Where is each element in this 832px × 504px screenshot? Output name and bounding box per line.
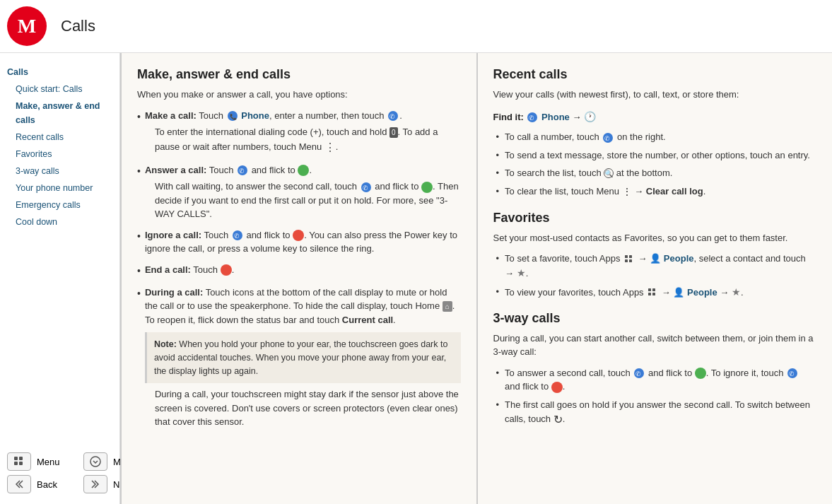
svg-text:✆: ✆ (234, 233, 240, 240)
star-icon-2: ★ (732, 286, 741, 298)
sidebar-cool-down[interactable]: Cool down (7, 213, 112, 230)
sidebar: Calls Quick start: Calls Make, answer & … (0, 53, 120, 504)
sidebar-calls[interactable]: Calls (7, 64, 112, 81)
rotate-icon: ↻ (553, 414, 563, 426)
svg-rect-1 (19, 457, 23, 460)
threeway-bullet-2: • The first call goes on hold if you ans… (493, 398, 817, 429)
green-circle-icon-2 (421, 182, 433, 193)
bullet-content-1: Make a call: Touch 📞 Phone, enter a numb… (145, 109, 461, 156)
back-icon-box[interactable] (7, 475, 31, 493)
phone-icon-1: 📞 (227, 110, 238, 122)
motorola-logo: M (7, 6, 47, 46)
find-it-label: Find it: (493, 112, 524, 122)
favorites-bullet-1: • To set a favorite, touch Apps → 👤 Peop… (493, 252, 817, 281)
sidebar-quick-start[interactable]: Quick start: Calls (7, 81, 112, 98)
svg-text:✆: ✆ (635, 370, 641, 377)
phone-icon-3way-1: ✆ (633, 368, 645, 379)
phone-icon-3way-2: ✆ (787, 368, 798, 379)
favorites-intro: Set your most-used contacts as Favorites… (493, 231, 817, 245)
menu-label: Menu (37, 457, 65, 467)
recent-bullet-3: • To search the list, touch 🔍 at the bot… (493, 166, 817, 180)
logo-letter: M (18, 15, 36, 37)
right-panel: Recent calls View your calls (with newes… (478, 53, 833, 504)
bullet-during-call: • During a call: Touch icons at the bott… (137, 286, 461, 429)
sidebar-nav: Calls Quick start: Calls Make, answer & … (7, 64, 112, 230)
sidebar-phone-number[interactable]: Your phone number (7, 180, 112, 197)
red-circle-icon-2 (221, 264, 232, 276)
left-panel: Make, answer & end calls When you make o… (122, 53, 477, 504)
clock-icon: 🕐 (584, 111, 596, 122)
recent-calls-intro: View your calls (with newest first), to … (493, 88, 817, 102)
threeway-bullets: • To answer a second call, touch ✆ and f… (493, 366, 817, 429)
svg-text:✆: ✆ (363, 184, 368, 192)
green-circle-icon-3way (695, 368, 706, 379)
threeway-intro: During a call, you can start another cal… (493, 332, 817, 359)
end-call-label: End a call: (145, 264, 191, 275)
recent-calls-title: Recent calls (493, 67, 817, 82)
svg-rect-22 (629, 259, 632, 262)
red-circle-icon-3way (551, 382, 563, 393)
phone-icon-4: ✆ (361, 182, 372, 193)
bullet-content-4: End a call: Touch . (145, 263, 461, 277)
phone-icon-right: ✆ (602, 132, 614, 143)
svg-rect-3 (19, 462, 23, 465)
answer-call-extra: With call waiting, to answer the second … (145, 180, 461, 221)
bullet-dot-4: • (137, 264, 141, 279)
sidebar-recent-calls[interactable]: Recent calls (7, 129, 112, 146)
bullet-content-5: During a call: Touch icons at the bottom… (145, 286, 461, 429)
left-panel-intro: When you make or answer a call, you have… (137, 88, 461, 102)
note-block: Note: When you hold your phone to your e… (145, 332, 461, 383)
svg-rect-23 (648, 288, 651, 291)
make-call-extra: To enter the international dialing code … (145, 125, 461, 156)
favorites-bullets: • To set a favorite, touch Apps → 👤 Peop… (493, 252, 817, 300)
phone-icon-find: ✆ (527, 112, 538, 123)
search-icon: 🔍 (604, 168, 614, 178)
bullet-answer-call: • Answer a call: Touch ✆ and flick to . … (137, 163, 461, 221)
svg-text:✆: ✆ (604, 135, 610, 142)
ignore-call-label: Ignore a call: (145, 230, 201, 240)
bullet-dot-2: • (137, 164, 141, 179)
back-row: Back Next (7, 475, 112, 493)
red-circle-icon-1 (293, 230, 304, 241)
clear-call-log-text: Clear call log (646, 186, 703, 197)
svg-text:✆: ✆ (239, 168, 245, 175)
bullet-dot-5: • (137, 286, 141, 301)
bullet-dot-3: • (137, 229, 141, 244)
more-icon-box[interactable] (83, 452, 107, 471)
back-label: Back (37, 479, 65, 490)
favorites-title: Favorites (493, 211, 817, 225)
header: M Calls (0, 0, 832, 53)
sidebar-emergency[interactable]: Emergency calls (7, 197, 112, 213)
bullet-end-call: • End a call: Touch . (137, 263, 461, 279)
next-icon-box[interactable] (83, 475, 107, 493)
svg-rect-24 (652, 288, 655, 291)
svg-rect-20 (629, 255, 632, 258)
during-call-label: During a call: (145, 287, 203, 298)
menu-row: Menu More (7, 452, 112, 471)
sidebar-3way[interactable]: 3-way calls (7, 163, 112, 180)
back-arrows-icon (13, 479, 25, 490)
content-area: Make, answer & end calls When you make o… (122, 53, 832, 504)
left-bullet-list: • Make a call: Touch 📞 Phone, enter a nu… (137, 109, 461, 429)
answer-call-label: Answer a call: (145, 165, 206, 175)
apps-icon-2 (648, 288, 657, 298)
sidebar-make-answer[interactable]: Make, answer & end calls (7, 98, 112, 129)
page-title: Calls (61, 17, 95, 35)
bottom-buttons: Menu More Back (7, 452, 112, 493)
bullet-content-2: Answer a call: Touch ✆ and flick to . Wi… (145, 163, 461, 221)
recent-calls-bullets: • To call a number, touch ✆ on the right… (493, 130, 817, 199)
svg-text:✆: ✆ (529, 115, 534, 122)
find-it-line: Find it: ✆ Phone → 🕐 (493, 109, 817, 125)
next-arrows-icon (90, 479, 101, 490)
current-call-text: Current call (342, 315, 393, 325)
menu-icon-box[interactable] (7, 452, 31, 471)
people-icon-2: 👤 (673, 287, 684, 298)
grid-icon (13, 456, 25, 467)
main-container: Calls Quick start: Calls Make, answer & … (0, 53, 832, 504)
recent-bullet-2: • To send a text message, store the numb… (493, 148, 817, 163)
sidebar-favorites[interactable]: Favorites (7, 146, 112, 163)
svg-rect-21 (625, 259, 628, 262)
recent-bullet-4: • To clear the list, touch Menu ⋮ → Clea… (493, 184, 817, 199)
people-label-1: People (664, 253, 694, 264)
bullet-ignore-call: • Ignore a call: Touch ✆ and flick to . … (137, 228, 461, 256)
